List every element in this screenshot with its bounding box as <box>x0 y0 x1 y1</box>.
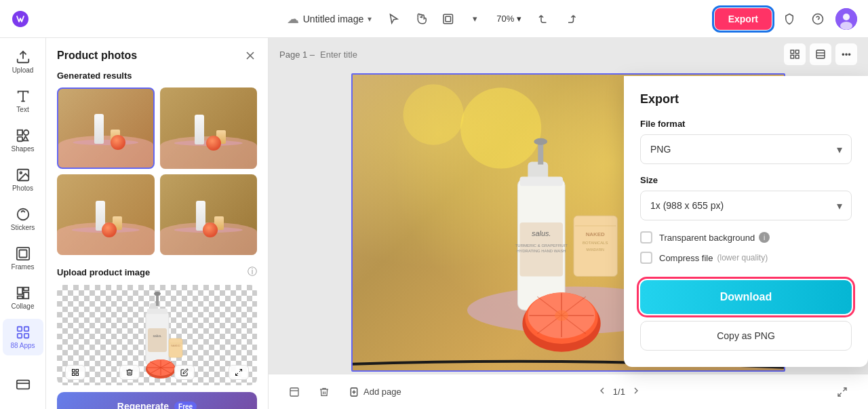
canvas-more-button[interactable]: ••• <box>835 43 857 65</box>
add-page-label: Add page <box>363 387 401 397</box>
svg-point-10 <box>23 130 28 135</box>
svg-rect-57 <box>816 50 825 58</box>
svg-rect-19 <box>19 250 26 258</box>
svg-rect-66 <box>519 176 563 186</box>
compress-file-label: Compress file (lower quality) <box>659 253 768 263</box>
upload-section: Upload product image ⓘ <box>46 266 268 409</box>
copy-as-png-button[interactable]: Copy as PNG <box>640 321 852 351</box>
transparent-bg-checkbox[interactable] <box>640 231 652 244</box>
canvas-layout-view-button[interactable] <box>810 43 831 65</box>
transparent-bg-row: Transparent background i <box>640 231 852 244</box>
fullscreen-button[interactable] <box>830 383 854 402</box>
size-select[interactable]: 1x (988 x 655 px) 2x (1976 x 1310 px) <box>640 191 852 220</box>
hand-tool-button[interactable] <box>410 8 431 30</box>
page-title-area: Page 1 – <box>279 50 434 60</box>
compress-file-row: Compress file (lower quality) <box>640 252 852 264</box>
doc-title[interactable]: Untitled image <box>303 14 364 24</box>
svg-rect-23 <box>17 296 22 299</box>
topbar-right: Export <box>715 8 857 30</box>
compress-file-checkbox[interactable] <box>640 252 652 264</box>
svg-point-5 <box>840 22 852 30</box>
icon-sidebar: Upload Text Shapes Photos Stickers Frame… <box>0 38 46 409</box>
canvas-area: Page 1 – ••• <box>269 38 868 409</box>
svg-rect-53 <box>791 50 794 54</box>
topbar: ☁ Untitled image ▾ ▾ 70% ▾ <box>0 0 868 38</box>
sidebar-item-upload[interactable]: Upload <box>3 43 43 80</box>
frame-tool-button[interactable] <box>437 8 458 30</box>
page-next-button[interactable] <box>631 385 642 398</box>
page-prev-button[interactable] <box>597 385 608 398</box>
doc-chevron-icon[interactable]: ▾ <box>368 14 372 24</box>
redo-button[interactable] <box>559 8 581 30</box>
sidebar-item-collage[interactable]: Collage <box>3 279 43 316</box>
generated-image-3[interactable] <box>57 174 155 256</box>
size-select-wrapper: 1x (988 x 655 px) 2x (1976 x 1310 px) ▾ <box>640 191 852 220</box>
regenerate-label: Regenerate <box>117 401 169 409</box>
sidebar-item-upload-label: Upload <box>12 66 34 74</box>
panel-close-button[interactable] <box>243 49 257 62</box>
svg-rect-0 <box>443 14 452 24</box>
topbar-tools: ☁ Untitled image ▾ ▾ 70% ▾ <box>287 8 582 30</box>
svg-text:MANDARIN: MANDARIN <box>587 248 605 251</box>
upload-preview-box[interactable]: salus. NAKED <box>57 285 257 385</box>
svg-line-51 <box>239 370 242 372</box>
sidebar-item-more[interactable] <box>3 367 43 404</box>
shield-button[interactable] <box>778 8 800 30</box>
app-logo[interactable] <box>11 9 30 28</box>
export-button[interactable]: Export <box>715 8 772 30</box>
generated-image-4[interactable] <box>160 174 258 256</box>
zoom-chevron-icon: ▾ <box>517 14 521 24</box>
sidebar-item-photos[interactable]: Photos <box>3 161 43 198</box>
upload-delete-button[interactable] <box>119 365 140 380</box>
svg-rect-28 <box>16 380 28 389</box>
svg-rect-1 <box>445 16 450 22</box>
avatar[interactable] <box>835 8 857 30</box>
svg-rect-22 <box>23 292 28 298</box>
cloud-icon: ☁ <box>287 12 299 26</box>
compress-sub-label: (lower quality) <box>717 253 768 262</box>
upload-grid-button[interactable] <box>65 365 85 380</box>
svg-marker-11 <box>23 136 28 140</box>
page-nav: 1/1 <box>597 385 642 398</box>
svg-point-14 <box>20 172 22 174</box>
sidebar-item-apps-label: 88 Apps <box>10 342 35 349</box>
frame-options-button[interactable]: ▾ <box>464 8 486 30</box>
svg-point-4 <box>843 14 850 20</box>
upload-info-icon[interactable]: ⓘ <box>248 266 257 278</box>
panel-title: Product photos <box>57 50 137 62</box>
undo-button[interactable] <box>532 8 554 30</box>
generated-image-2[interactable] <box>160 87 258 169</box>
add-page-button[interactable]: Add page <box>342 383 408 402</box>
zoom-control[interactable]: 70% ▾ <box>491 11 527 26</box>
svg-rect-50 <box>76 373 79 376</box>
generated-image-1[interactable] <box>57 87 155 169</box>
sidebar-item-frames[interactable]: Frames <box>3 240 43 277</box>
sidebar-item-frames-label: Frames <box>12 263 35 271</box>
upload-edit-button[interactable] <box>174 365 195 380</box>
regenerate-button[interactable]: Regenerate Free <box>57 392 257 409</box>
svg-text:NAKED: NAKED <box>171 344 180 347</box>
download-button[interactable]: Download <box>640 280 852 314</box>
trash-button[interactable] <box>312 383 336 402</box>
sidebar-item-shapes[interactable]: Shapes <box>3 122 43 159</box>
upload-resize-button[interactable] <box>229 365 249 380</box>
transparent-bg-label: Transparent background i <box>659 232 770 243</box>
svg-rect-33 <box>147 309 167 314</box>
bottom-bar-left: Add page <box>282 383 408 402</box>
sidebar-item-stickers[interactable]: Stickers <box>3 201 43 237</box>
canvas-grid-view-button[interactable] <box>784 43 806 65</box>
svg-rect-36 <box>148 328 167 352</box>
help-button[interactable] <box>807 8 829 30</box>
svg-point-85 <box>555 310 568 321</box>
template-button[interactable] <box>282 383 307 402</box>
sidebar-item-text[interactable]: Text <box>3 83 43 119</box>
transparent-bg-info-icon[interactable]: i <box>759 232 770 243</box>
svg-point-60 <box>460 87 541 168</box>
file-format-label: File format <box>640 119 852 129</box>
select-tool-button[interactable] <box>382 8 404 30</box>
file-format-select[interactable]: PNG JPG SVG PDF <box>640 134 852 164</box>
sidebar-item-apps[interactable]: 88 Apps <box>3 319 43 355</box>
svg-rect-56 <box>795 55 799 58</box>
generated-grid <box>46 87 268 266</box>
page-title-input[interactable] <box>320 50 434 60</box>
